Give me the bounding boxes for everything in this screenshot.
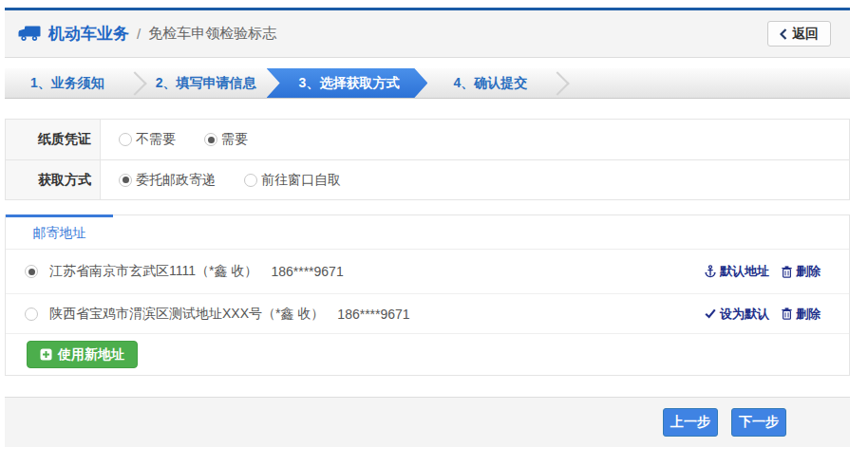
back-button[interactable]: 返回	[767, 21, 831, 47]
form-content: 不需要 需要	[101, 120, 849, 159]
action-label: 删除	[796, 306, 821, 323]
form-label: 获取方式	[6, 160, 101, 199]
chevron-left-icon	[780, 28, 787, 40]
radio-option-window-pickup[interactable]: 前往窗口自取	[244, 172, 341, 189]
use-new-address-label: 使用新地址	[58, 346, 124, 363]
address-text: 江苏省南京市玄武区1111（*鑫 收）	[49, 263, 257, 280]
form-row-delivery-method: 获取方式 委托邮政寄递 前往窗口自取	[6, 159, 849, 199]
address-radio-selected-icon[interactable]	[25, 265, 38, 278]
step-1-notice[interactable]: 1、业务须知	[5, 68, 130, 98]
back-button-label: 返回	[792, 26, 819, 43]
truck-icon	[18, 26, 41, 42]
trash-icon	[782, 266, 792, 278]
step-2-fill-info[interactable]: 2、填写申请信息	[130, 68, 282, 98]
tab-mailing-address[interactable]: 邮寄地址	[6, 214, 113, 249]
page-title: 免检车申领检验标志	[148, 25, 276, 43]
step-3-choose-method[interactable]: 3、选择获取方式	[267, 68, 428, 98]
set-default-button[interactable]: 设为默认	[705, 306, 769, 323]
form-row-paper-voucher: 纸质凭证 不需要 需要	[6, 120, 849, 159]
step-label: 1、业务须知	[30, 75, 104, 92]
step-label: 2、填写申请信息	[156, 75, 256, 92]
radio-label: 不需要	[136, 131, 176, 148]
action-label: 删除	[796, 263, 821, 280]
address-radio-icon[interactable]	[25, 308, 38, 321]
step-label: 3、选择获取方式	[299, 75, 400, 92]
check-icon	[705, 308, 716, 319]
address-row-1[interactable]: 江苏省南京市玄武区1111（*鑫 收） 186****9671	[6, 250, 849, 294]
action-label: 设为默认	[720, 306, 769, 323]
address-tabs-row: 邮寄地址	[6, 215, 849, 250]
address-actions: 默认地址 删除	[705, 263, 821, 280]
footer-bar: 上一步 下一步	[5, 397, 850, 447]
trash-icon	[782, 308, 792, 320]
address-row-2[interactable]: 陕西省宝鸡市渭滨区测试地址XXX号（*鑫 收） 186****9671 设为默认	[6, 294, 849, 334]
radio-label: 需要	[221, 131, 248, 148]
step-label: 4、确认提交	[453, 75, 527, 92]
use-new-address-button[interactable]: 使用新地址	[27, 341, 138, 368]
tab-label: 邮寄地址	[33, 225, 86, 242]
address-phone: 186****9671	[271, 264, 343, 279]
mailing-address-section: 邮寄地址 江苏省南京市玄武区1111（*鑫 收） 186****9671	[5, 214, 850, 376]
radio-option-postal-delivery[interactable]: 委托邮政寄递	[119, 172, 216, 189]
address-phone: 186****9671	[337, 307, 409, 322]
radio-selected-icon[interactable]	[119, 174, 132, 187]
address-text: 陕西省宝鸡市渭滨区测试地址XXX号（*鑫 收）	[49, 306, 324, 323]
section-title: 机动车业务	[48, 23, 129, 45]
new-address-row: 使用新地址	[6, 334, 849, 375]
radio-label: 委托邮政寄递	[136, 172, 216, 189]
breadcrumb-separator: /	[137, 26, 141, 42]
radio-icon[interactable]	[119, 133, 132, 146]
step-wizard: 1、业务须知 2、填写申请信息 3、选择获取方式 4、确认提交	[5, 68, 850, 99]
delete-address-button[interactable]: 删除	[782, 263, 821, 280]
action-label: 默认地址	[720, 263, 769, 280]
breadcrumb: 机动车业务 / 免检车申领检验标志	[18, 23, 276, 45]
options-form: 纸质凭证 不需要 需要 获取方式 委托邮政寄递	[5, 119, 850, 200]
page-container: 机动车业务 / 免检车申领检验标志 返回 1、业务须知 2、填写申请信息 3、选…	[5, 8, 850, 447]
delete-address-button[interactable]: 删除	[782, 306, 821, 323]
page-header: 机动车业务 / 免检车申领检验标志 返回	[5, 8, 850, 58]
step-4-confirm-submit[interactable]: 4、确认提交	[427, 68, 553, 98]
radio-selected-icon[interactable]	[204, 133, 217, 146]
default-address-button[interactable]: 默认地址	[705, 263, 769, 280]
radio-option-needed[interactable]: 需要	[204, 131, 248, 148]
previous-step-button[interactable]: 上一步	[663, 408, 718, 437]
next-step-button[interactable]: 下一步	[731, 408, 786, 437]
anchor-icon	[705, 265, 716, 278]
address-actions: 设为默认 删除	[705, 306, 821, 323]
form-content: 委托邮政寄递 前往窗口自取	[101, 160, 849, 199]
form-label: 纸质凭证	[6, 120, 101, 159]
radio-option-not-needed[interactable]: 不需要	[119, 131, 176, 148]
radio-label: 前往窗口自取	[261, 172, 341, 189]
radio-icon[interactable]	[244, 174, 257, 187]
plus-icon	[40, 348, 52, 361]
